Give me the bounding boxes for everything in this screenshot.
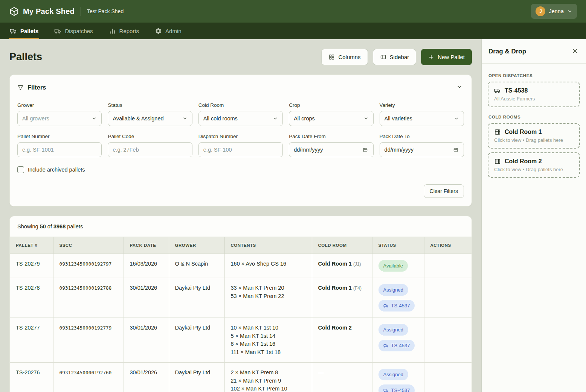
column-header-cold-room: COLD ROOM [312,237,372,254]
plus-icon [428,54,434,60]
contents-cell: 160 × Avo Shep GS 16 [224,254,312,278]
contents-line: 33 × Man KT Prem 20 [231,284,306,292]
pallet-number-link[interactable]: TS-20279 [10,254,53,278]
contents-line: 21 × Man KT Prem 9 [231,377,306,385]
open-dispatch-card[interactable]: TS-4538All Aussie Farmers [488,82,580,107]
crop-select[interactable]: All crops [289,111,373,126]
dispatch-number: TS-4538 [505,87,528,94]
new-pallet-button[interactable]: New Pallet [421,49,472,65]
bar-chart-icon [109,27,116,35]
pack-date-value: 16/03/2026 [124,254,169,278]
status-cell: AssignedTS-4537 [372,278,424,318]
variety-select-field: VarietyAll varieties [380,102,464,126]
cold-room-select-field: Cold RoomAll cold rooms [198,102,283,126]
pallet-code-input[interactable] [108,142,192,157]
pack-date-value: 30/01/2026 [124,278,169,318]
summary-of: of [47,223,52,229]
close-icon [571,47,578,55]
status-select[interactable]: Available & Assigned [108,111,192,126]
sidebar-panel-icon [380,54,386,60]
cold-room-cell: — [312,363,372,392]
cube-logo-icon [9,6,19,17]
close-panel-button[interactable] [571,47,579,56]
nav-tab-reports[interactable]: Reports [108,23,140,39]
pallet-number-input[interactable] [17,142,102,157]
table-row: TS-2027609312345000019276030/01/2026Dayk… [10,363,472,392]
table-row: TS-2027809312345000019278830/01/2026Dayk… [10,278,472,318]
table-body: TS-2027909312345000019279716/03/2026O & … [10,254,472,392]
column-header-contents: CONTENTS [224,237,312,254]
contents-line: 8 × Man KT 1st 16 [231,340,306,348]
nav-tab-label: Dispatches [65,28,93,34]
cold-room-position-code: (F4) [353,286,362,291]
dispatch-badge[interactable]: TS-4537 [378,384,415,392]
clear-filters-button[interactable]: Clear Filters [424,184,464,198]
pack-date-to-date-input[interactable]: dd/mm/yyyy [380,142,464,157]
dispatch-badge[interactable]: TS-4537 [378,340,415,351]
contents-cell: 33 × Man KT Prem 2053 × Man KT Prem 22 [224,278,312,318]
column-header-actions: ACTIONS [424,237,472,254]
dispatch-number: TS-4537 [391,342,410,349]
cold-room-select[interactable]: All cold rooms [198,111,283,126]
cold-room-cell: Cold Room 1(F4) [312,278,372,318]
cold-room-select-label: Cold Room [198,102,283,108]
dispatch-number-input[interactable] [198,142,283,157]
sscc-value: 093123450000192760 [53,363,124,392]
checkbox-box[interactable] [17,166,24,173]
variety-select[interactable]: All varieties [380,111,464,126]
status-badge: Assigned [378,369,408,380]
cold-room-cell: Cold Room 1(J1) [312,254,372,278]
pack-date-from-date-value: dd/mm/yyyy [294,147,362,153]
columns-button[interactable]: Columns [321,49,368,65]
grower-select-label: Grower [17,102,102,108]
cold-room-card[interactable]: Cold Room 2Click to view • Drag pallets … [488,152,580,178]
contents-line: 2 × Man KT Prem 8 [231,369,306,377]
status-select-field: StatusAvailable & Assigned [108,102,192,126]
cold-room-card[interactable]: Cold Room 1Click to view • Drag pallets … [488,123,580,149]
table-row: TS-2027909312345000019279716/03/2026O & … [10,254,472,278]
grower-select-value: All growers [22,115,92,122]
nav-tab-pallets[interactable]: Pallets [9,23,39,39]
pallet-number-link[interactable]: TS-20276 [10,363,53,392]
main-content: Pallets Columns Sidebar New Pallet [0,39,481,392]
nav-tab-label: Pallets [20,28,38,34]
include-archived-checkbox[interactable]: Include archived pallets [17,166,464,173]
contents-line: 5 × Man KT 1st 14 [231,332,306,340]
app-root: My Pack Shed Test Pack Shed J Jenna Pall… [0,0,586,392]
filter-funnel-icon [17,84,24,91]
checkbox-label: Include archived pallets [28,167,85,173]
variety-select-value: All varieties [385,115,454,122]
dispatch-number: TS-4537 [391,302,410,310]
calendar-icon[interactable] [453,147,459,152]
pack-date-to-date-label: Pack Date To [380,134,464,139]
pallet-code-input-label: Pallet Code [108,134,192,139]
nav-tab-dispatches[interactable]: Dispatches [53,23,93,39]
summary-shown-count: 50 [40,223,46,229]
pallet-number-link[interactable]: TS-20278 [10,278,53,318]
nav-tab-admin[interactable]: Admin [154,23,182,39]
chevron-down-icon [92,116,97,121]
nav-tab-label: Reports [119,28,139,34]
cold-room-name: Cold Room 1 [318,285,352,291]
variety-select-label: Variety [380,102,464,108]
sidebar-toggle-button[interactable]: Sidebar [373,49,417,65]
brand-logo[interactable]: My Pack Shed [9,6,75,17]
filters-collapse-button[interactable] [455,82,464,93]
new-pallet-button-label: New Pallet [438,54,465,60]
truck-icon [10,27,17,35]
pack-date-from-date-label: Pack Date From [289,134,373,139]
filters-title: Filters [27,84,46,91]
status-select-label: Status [108,102,192,108]
grower-value: Daykai Pty Ltd [169,318,224,363]
calendar-icon[interactable] [363,147,369,152]
grower-select[interactable]: All growers [17,111,102,126]
truck-icon [383,388,389,392]
dispatch-badge[interactable]: TS-4537 [378,300,415,311]
column-header-sscc: SSCC [53,237,124,254]
pack-date-from-date-input[interactable]: dd/mm/yyyy [289,142,373,157]
pallet-number-link[interactable]: TS-20277 [10,318,53,363]
user-menu-button[interactable]: J Jenna [531,4,577,19]
cold-room-name: Cold Room 2 [318,325,352,331]
cold-room-position-code: (J1) [353,261,361,267]
pallet-number-input-label: Pallet Number [17,134,102,139]
